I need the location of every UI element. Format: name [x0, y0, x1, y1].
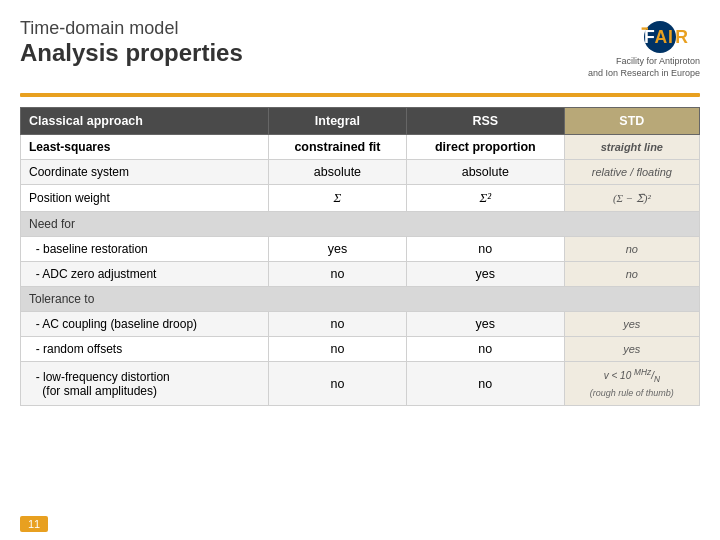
svg-text:F: F — [644, 27, 655, 47]
cell-no-2: no — [564, 237, 699, 262]
accent-bar — [20, 93, 700, 97]
cell-need-for: Need for — [21, 212, 700, 237]
cell-no-3: no — [268, 262, 406, 287]
page-title: Analysis properties — [20, 39, 243, 67]
table-row: Need for — [21, 212, 700, 237]
cell-random-offsets: - random offsets — [21, 337, 269, 362]
cell-no-7: no — [407, 337, 565, 362]
cell-relative-floating: relative / floating — [564, 160, 699, 185]
page: Time-domain model Analysis properties F … — [0, 0, 720, 540]
col-header-integral: Integral — [268, 108, 406, 135]
col-header-rss: RSS — [407, 108, 565, 135]
header: Time-domain model Analysis properties F … — [20, 18, 700, 79]
analysis-table: Classical approach Integral RSS STD Leas… — [20, 107, 700, 406]
table-row: Coordinate system absolute absolute rela… — [21, 160, 700, 185]
cell-tolerance-to: Tolerance to — [21, 287, 700, 312]
table-header-row: Classical approach Integral RSS STD — [21, 108, 700, 135]
cell-no-5: no — [268, 312, 406, 337]
subtitle: Time-domain model — [20, 18, 243, 39]
cell-no-6: no — [268, 337, 406, 362]
table-row: Position weight Σ Σ² (Σ − Σ̄)² — [21, 185, 700, 212]
cell-yes-2: yes — [407, 262, 565, 287]
cell-baseline-restoration: - baseline restoration — [21, 237, 269, 262]
cell-lf-distortion: - low-frequency distortion (for small am… — [21, 362, 269, 406]
cell-absolute-2: absolute — [407, 160, 565, 185]
cell-velocity-formula: v < 10 MHz/N (rough rule of thumb) — [564, 362, 699, 406]
cell-yes-1: yes — [268, 237, 406, 262]
cell-direct-proportion: direct proportion — [407, 135, 565, 160]
col-header-classical: Classical approach — [21, 108, 269, 135]
cell-no-4: no — [564, 262, 699, 287]
logo-area: F A I R Facility for Antiprotonand Ion R… — [588, 18, 700, 79]
cell-position-weight: Position weight — [21, 185, 269, 212]
title-block: Time-domain model Analysis properties — [20, 18, 243, 67]
table-row: - baseline restoration yes no no — [21, 237, 700, 262]
svg-text:R: R — [675, 27, 688, 47]
logo-text: Facility for Antiprotonand Ion Research … — [588, 56, 700, 79]
table-row: - AC coupling (baseline droop) no yes ye… — [21, 312, 700, 337]
cell-absolute-1: absolute — [268, 160, 406, 185]
table-row: Least-squares constrained fit direct pro… — [21, 135, 700, 160]
cell-least-squares: Least-squares — [21, 135, 269, 160]
svg-text:A: A — [654, 27, 667, 47]
cell-sigma: Σ — [268, 185, 406, 212]
cell-std-formula: (Σ − Σ̄)² — [564, 185, 699, 212]
cell-no-8: no — [268, 362, 406, 406]
cell-ac-coupling: - AC coupling (baseline droop) — [21, 312, 269, 337]
svg-rect-5 — [642, 27, 648, 29]
col-header-std: STD — [564, 108, 699, 135]
cell-constrained-fit: constrained fit — [268, 135, 406, 160]
table-row: Tolerance to — [21, 287, 700, 312]
cell-yes-5: yes — [564, 337, 699, 362]
table-row: - random offsets no no yes — [21, 337, 700, 362]
cell-yes-3: yes — [407, 312, 565, 337]
page-number: 11 — [20, 516, 48, 532]
cell-coordinate-system: Coordinate system — [21, 160, 269, 185]
cell-sigma-squared: Σ² — [407, 185, 565, 212]
cell-no-1: no — [407, 237, 565, 262]
cell-yes-4: yes — [564, 312, 699, 337]
table-row: - low-frequency distortion (for small am… — [21, 362, 700, 406]
table-row: - ADC zero adjustment no yes no — [21, 262, 700, 287]
cell-adc-adjustment: - ADC zero adjustment — [21, 262, 269, 287]
cell-no-9: no — [407, 362, 565, 406]
svg-text:I: I — [668, 27, 673, 47]
fair-logo: F A I R — [620, 18, 700, 56]
cell-straight-line: straight line — [564, 135, 699, 160]
